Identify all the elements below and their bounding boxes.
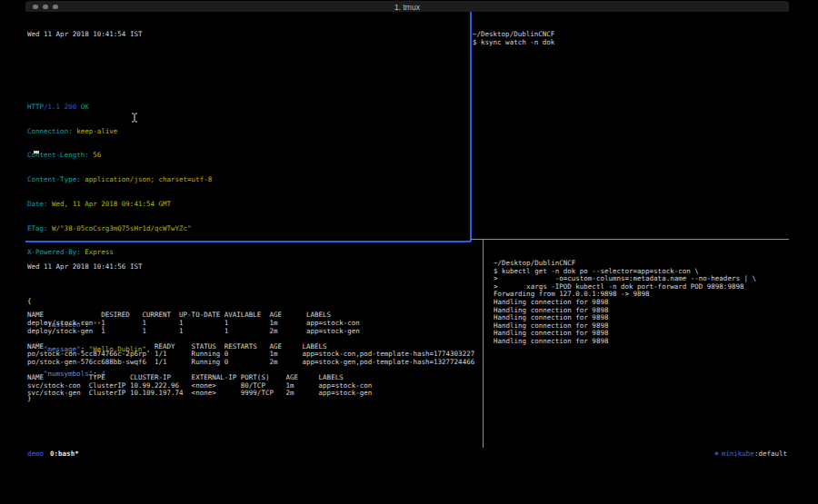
window-title: 1. tmux xyxy=(25,3,789,12)
http-header-line: Connection:keep-alive xyxy=(27,128,467,136)
timestamp-line: Wed 11 Apr 2018 10:41:56 IST xyxy=(27,263,482,272)
terminal-window: 1. tmux Wed 11 Apr 2018 10:41:54 IST HTT… xyxy=(25,1,789,460)
terminal-text: ~/Desktop/DublinCNCF $ kubectl get -n do… xyxy=(494,260,786,346)
blank-line xyxy=(27,79,467,87)
pane-divider-vertical-bottom[interactable] xyxy=(483,239,484,448)
http-header-line: Content-Type:application/json; charset=u… xyxy=(27,176,467,184)
kube-namespace: :default xyxy=(754,449,787,460)
http-reason: OK xyxy=(76,103,89,111)
http-header-line: Date:Wed, 11 Apr 2018 09:41:54 GMT xyxy=(27,201,467,209)
pane-divider-horizontal-right[interactable] xyxy=(471,239,789,240)
window-titlebar[interactable]: 1. tmux xyxy=(25,1,789,12)
tmux-status-bar: demo 0:bash* ☸ minikube :default xyxy=(27,449,787,460)
pane-divider-horizontal-left[interactable] xyxy=(25,241,471,242)
terminal-cursor xyxy=(34,151,39,153)
pane-port-forward[interactable]: ~/Desktop/DublinCNCF $ kubectl get -n do… xyxy=(494,243,786,362)
terminal-text: ~/Desktop/DublinCNCF $ ksync watch -n do… xyxy=(473,31,785,46)
kubectl-tables: NAME DESIRED CURRENT UP-TO-DATE AVAILABL… xyxy=(27,311,482,398)
blank-line xyxy=(27,288,482,296)
status-right: ☸ minikube :default xyxy=(714,449,787,460)
status-left: demo 0:bash* xyxy=(27,449,79,460)
kube-context: minikube xyxy=(722,449,754,460)
kubernetes-helm-icon: ☸ xyxy=(714,449,719,460)
session-name: demo xyxy=(27,449,44,460)
pane-kubectl-get[interactable]: Wed 11 Apr 2018 10:41:56 IST NAME DESIRE… xyxy=(27,247,482,414)
http-header-line: Content-Length:56 xyxy=(27,152,467,160)
http-version-status: /1.1 200 xyxy=(44,103,76,111)
http-proto: HTTP xyxy=(27,103,44,111)
status-window-item[interactable]: 0:bash* xyxy=(50,449,79,460)
http-status-line: HTTP/1.1 200 OK xyxy=(27,104,467,112)
timestamp-line: Wed 11 Apr 2018 10:41:54 IST xyxy=(27,31,467,39)
pane-divider-vertical-top[interactable] xyxy=(470,12,472,242)
http-header-line: ETag:W/"38-05coCsrg3mQ75sHr1d/qcWTwYZc" xyxy=(27,225,467,233)
blank-line xyxy=(27,55,467,64)
pane-ksync[interactable]: ~/Desktop/DublinCNCF $ ksync watch -n do… xyxy=(473,15,785,63)
text-cursor-pointer xyxy=(131,113,138,123)
screen-background: 1. tmux Wed 11 Apr 2018 10:41:54 IST HTT… xyxy=(0,0,818,504)
